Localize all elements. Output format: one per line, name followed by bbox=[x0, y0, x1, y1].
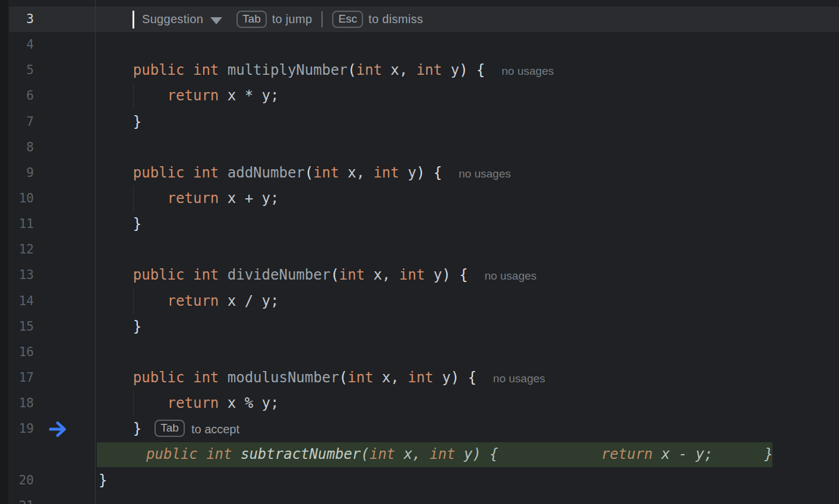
code-text: }Tabto accept bbox=[99, 416, 239, 442]
line-number[interactable]: 5 bbox=[0, 58, 34, 83]
suggestion-label[interactable]: Suggestion bbox=[142, 12, 203, 26]
code-token: public bbox=[133, 164, 185, 181]
line-number[interactable]: 17 bbox=[0, 365, 34, 391]
code-line[interactable]: 4 bbox=[0, 32, 839, 58]
line-number[interactable]: 15 bbox=[0, 314, 34, 340]
code-line[interactable]: 21 bbox=[0, 493, 839, 504]
code-token bbox=[99, 267, 133, 283]
line-number[interactable]: 14 bbox=[0, 289, 34, 314]
code-token bbox=[219, 267, 227, 283]
code-token: return bbox=[168, 87, 219, 104]
code-token: x, bbox=[373, 369, 408, 386]
code-token: int bbox=[373, 164, 399, 181]
code-token: ( bbox=[348, 62, 356, 78]
code-token bbox=[99, 369, 133, 386]
code-token: ( bbox=[339, 369, 348, 386]
code-line[interactable]: 14 return x / y; bbox=[0, 289, 839, 314]
code-line[interactable]: 8 bbox=[0, 135, 839, 160]
code-token: int bbox=[193, 164, 219, 181]
code-token bbox=[99, 318, 133, 335]
code-token: subtractNumber bbox=[241, 446, 361, 462]
code-token: x % y; bbox=[219, 395, 279, 411]
code-line[interactable]: 20} bbox=[0, 468, 839, 493]
line-number[interactable]: 16 bbox=[0, 340, 34, 365]
line-number[interactable]: 4 bbox=[0, 32, 34, 58]
accept-arrow-icon[interactable] bbox=[49, 420, 67, 438]
code-token: int bbox=[193, 267, 219, 283]
code-text: } bbox=[99, 109, 141, 135]
no-usages-inlay[interactable]: no usages bbox=[484, 270, 537, 282]
code-token bbox=[99, 420, 133, 437]
code-line[interactable]: 10 return x + y; bbox=[0, 186, 839, 211]
code-token bbox=[219, 369, 227, 386]
line-number[interactable]: 9 bbox=[0, 160, 34, 186]
code-line[interactable]: 18 return x % y; bbox=[0, 391, 839, 416]
code-token: x, bbox=[365, 267, 399, 283]
code-text: return x / y; bbox=[99, 289, 279, 314]
line-number[interactable]: 7 bbox=[0, 109, 34, 135]
no-usages-inlay[interactable]: no usages bbox=[459, 167, 511, 180]
code-token: y bbox=[425, 267, 442, 283]
code-line[interactable]: 17 public int modulusNumber(int x, int y… bbox=[0, 365, 839, 391]
no-usages-inlay[interactable]: no usages bbox=[493, 372, 545, 385]
code-line[interactable]: 13 public int divideNumber(int x, int y)… bbox=[0, 262, 839, 288]
code-token: y bbox=[434, 369, 451, 386]
line-number[interactable]: 11 bbox=[0, 211, 34, 237]
code-token: int bbox=[348, 369, 373, 386]
chevron-down-icon[interactable] bbox=[210, 17, 222, 24]
line-number[interactable]: 21 bbox=[0, 493, 34, 504]
code-editor: 345 public int multiplyNumber(int x, int… bbox=[0, 0, 839, 504]
code-token: int bbox=[408, 369, 433, 386]
code-token: int bbox=[357, 62, 382, 78]
hint-divider bbox=[321, 11, 323, 27]
code-token bbox=[99, 113, 133, 130]
code-text: } bbox=[99, 211, 141, 237]
code-line[interactable]: 12 bbox=[0, 237, 839, 262]
line-number[interactable]: 19 bbox=[0, 416, 34, 442]
code-token: x + y; bbox=[219, 190, 279, 207]
code-line[interactable]: 9 public int addNumber(int x, int y) {no… bbox=[0, 160, 839, 186]
no-usages-inlay[interactable]: no usages bbox=[501, 65, 554, 77]
code-token bbox=[219, 62, 227, 78]
accept-tab-badge: Tab bbox=[154, 420, 185, 437]
code-token: x, bbox=[339, 164, 374, 181]
line-number[interactable] bbox=[0, 442, 34, 467]
code-line[interactable]: 16 bbox=[0, 340, 839, 365]
code-line[interactable]: 11 } bbox=[0, 211, 839, 237]
code-token: ( bbox=[305, 164, 313, 181]
code-token: x, bbox=[382, 62, 417, 78]
code-line[interactable]: 19 }Tabto accept bbox=[0, 416, 839, 442]
code-token bbox=[232, 446, 241, 462]
code-token: int bbox=[339, 267, 365, 283]
code-token bbox=[99, 87, 168, 104]
code-text: public int multiplyNumber(int x, int y) … bbox=[99, 58, 554, 84]
code-token bbox=[99, 293, 168, 309]
code-token: y bbox=[442, 62, 459, 78]
line-number[interactable]: 6 bbox=[0, 83, 34, 109]
code-token: public bbox=[133, 369, 185, 386]
line-number[interactable]: 10 bbox=[0, 186, 34, 211]
code-token: public bbox=[133, 267, 185, 283]
code-token: multiplyNumber bbox=[228, 62, 348, 78]
code-token: int bbox=[399, 267, 425, 283]
code-line[interactable]: 7 } bbox=[0, 109, 839, 135]
code-token: x, bbox=[395, 446, 430, 462]
code-token bbox=[99, 395, 168, 411]
line-number[interactable]: 20 bbox=[0, 468, 34, 493]
line-number[interactable]: 8 bbox=[0, 135, 34, 160]
code-token: int bbox=[313, 164, 339, 181]
line-number[interactable]: 3 bbox=[0, 7, 34, 32]
code-line[interactable]: 15 } bbox=[0, 314, 839, 340]
code-token: int bbox=[370, 446, 395, 462]
line-number[interactable]: 12 bbox=[0, 237, 34, 262]
code-token: public bbox=[146, 446, 198, 462]
code-line[interactable]: 6 return x * y; bbox=[0, 83, 839, 109]
code-token: int bbox=[430, 446, 455, 462]
line-number[interactable]: 18 bbox=[0, 391, 34, 416]
code-token bbox=[185, 369, 193, 386]
code-token bbox=[219, 164, 227, 181]
code-token: divideNumber bbox=[228, 267, 330, 283]
code-line[interactable]: 5 public int multiplyNumber(int x, int y… bbox=[0, 58, 839, 83]
line-number[interactable]: 13 bbox=[0, 262, 34, 288]
ghost-suggestion-line[interactable]: public int subtractNumber(int x, int y) … bbox=[0, 442, 839, 467]
